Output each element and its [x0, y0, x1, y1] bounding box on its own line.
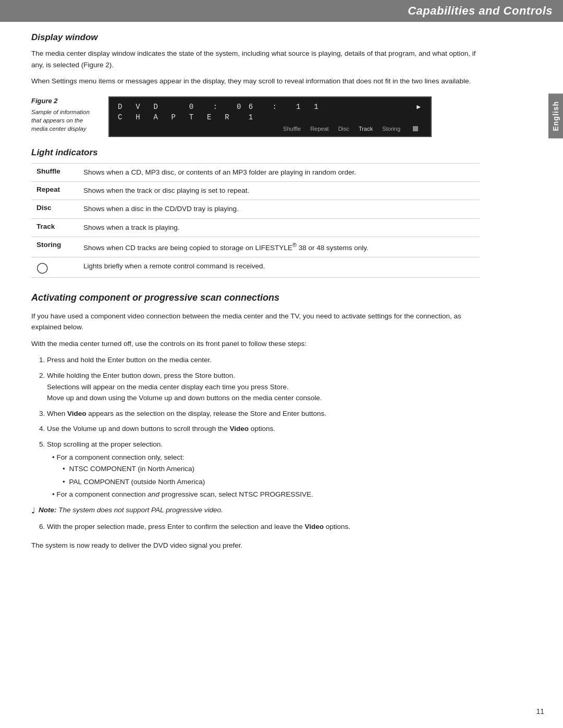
activating-section: Activating component or progressive scan…: [31, 292, 532, 551]
step5-text: Stop scrolling at the proper selection.: [47, 440, 163, 448]
indicator-shuffle: Shuffle: [283, 126, 301, 132]
figure-caption: Figure 2 Sample of information that appe…: [31, 96, 99, 133]
step2-text: While holding the Enter button down, pre…: [47, 372, 322, 402]
page-title: Capabilities and Controls: [0, 4, 553, 18]
step5-subsublist: NTSC COMPONENT (in North America) PAL CO…: [52, 463, 459, 487]
display-row2: C H A P T E R 1: [118, 113, 422, 121]
english-tab: English: [548, 94, 563, 139]
activating-intro2: With the media center turned off, use th…: [31, 338, 480, 350]
display-window-body1: The media center display window indicate…: [31, 48, 480, 70]
page-number: 11: [536, 707, 544, 715]
ind-label-track: Track: [31, 218, 78, 237]
ind-desc-disc: Shows when a disc in the CD/DVD tray is …: [78, 200, 480, 218]
list-item: With the proper selection made, press En…: [47, 521, 459, 533]
step1-text: Press and hold the Enter button on the m…: [47, 356, 212, 364]
list-item: Use the Volume up and down buttons to sc…: [47, 423, 459, 435]
ind-label-repeat: Repeat: [31, 182, 78, 200]
display-graphic: D V D 0 : 0 6 : 1 1 ▶ C H A P T E R 1 Sh…: [108, 96, 432, 137]
ind-label-shuffle: Shuffle: [31, 163, 78, 181]
list-item: For a component connection and progressi…: [52, 489, 459, 500]
display-window-title: Display window: [31, 32, 532, 43]
display-window-body2: When Settings menu items or messages app…: [31, 76, 480, 87]
step5-sublist: For a component connection only, select:…: [47, 452, 459, 500]
list-item: NTSC COMPONENT (in North America): [63, 463, 459, 475]
ind-desc-storing: Shows when CD tracks are being copied to…: [78, 237, 480, 257]
indicators-table: Shuffle Shows when a CD, MP3 disc, or co…: [31, 163, 480, 278]
table-row: Disc Shows when a disc in the CD/DVD tra…: [31, 200, 480, 218]
list-item: Press and hold the Enter button on the m…: [47, 354, 459, 366]
display-row1: D V D 0 : 0 6 : 1 1 ▶: [118, 103, 422, 111]
display-window-section: Display window The media center display …: [31, 32, 532, 137]
note-icon: ♩: [31, 504, 35, 517]
step3-text: When Video appears as the selection on t…: [47, 410, 326, 417]
table-row: Shuffle Shows when a CD, MP3 disc, or co…: [31, 163, 480, 181]
display-text-row1: D V D 0 : 0 6 : 1 1: [118, 103, 320, 111]
steps-list-continued: With the proper selection made, press En…: [31, 521, 459, 533]
light-indicators-section: Light indicators Shuffle Shows when a CD…: [31, 147, 532, 278]
figure-desc: Sample of information that appears on th…: [31, 108, 99, 133]
ind-desc-shuffle: Shows when a CD, MP3 disc, or contents o…: [78, 163, 480, 181]
ind-label-storing: Storing: [31, 237, 78, 257]
main-content: Display window The media center display …: [0, 22, 563, 567]
table-row: ◯ Lights briefly when a remote control c…: [31, 257, 480, 277]
indicator-track: Track: [359, 126, 373, 132]
ntsc-text: NTSC COMPONENT (in North America): [69, 465, 194, 473]
list-item: For a component connection only, select:…: [52, 452, 459, 487]
list-item: Stop scrolling at the proper selection. …: [47, 439, 459, 500]
ind-desc-track: Shows when a track is playing.: [78, 218, 480, 237]
step6-text: With the proper selection made, press En…: [47, 523, 350, 530]
ind-desc-repeat: Shows when the track or disc playing is …: [78, 182, 480, 200]
table-row: Track Shows when a track is playing.: [31, 218, 480, 237]
table-row: Repeat Shows when the track or disc play…: [31, 182, 480, 200]
activating-section-title: Activating component or progressive scan…: [31, 292, 532, 303]
ind-label-disc: Disc: [31, 200, 78, 218]
step4-text: Use the Volume up and down buttons to sc…: [47, 425, 275, 433]
indicator-disc: Disc: [338, 126, 349, 132]
display-square-icon: [413, 126, 418, 131]
note-text: Note: The system does not support PAL pr…: [39, 504, 223, 516]
ind-label-circle: ◯: [31, 257, 78, 277]
list-item: PAL COMPONENT (outside North America): [63, 476, 459, 488]
steps-list: Press and hold the Enter button on the m…: [31, 354, 459, 500]
list-item: When Video appears as the selection on t…: [47, 408, 459, 419]
display-play-icon: ▶: [417, 103, 422, 111]
header-bar: Capabilities and Controls: [0, 0, 563, 22]
indicator-repeat: Repeat: [310, 126, 328, 132]
pal-text: PAL COMPONENT (outside North America): [69, 478, 205, 486]
figure-label: Figure 2: [31, 96, 99, 106]
indicator-storing: Storing: [382, 126, 400, 132]
figure-row: Figure 2 Sample of information that appe…: [31, 96, 532, 137]
ind-desc-circle: Lights briefly when a remote control com…: [78, 257, 480, 277]
table-row: Storing Shows when CD tracks are being c…: [31, 237, 480, 257]
activating-intro1: If you have used a component video conne…: [31, 311, 480, 333]
note-line: ♩ Note: The system does not support PAL …: [31, 504, 459, 517]
display-text-row2: C H A P T E R 1: [118, 113, 254, 121]
list-item: While holding the Enter button down, pre…: [47, 370, 459, 404]
light-indicators-title: Light indicators: [31, 147, 532, 158]
closing-text: The system is now ready to deliver the D…: [31, 540, 459, 551]
display-indicators: Shuffle Repeat Disc Track Storing: [118, 126, 422, 132]
